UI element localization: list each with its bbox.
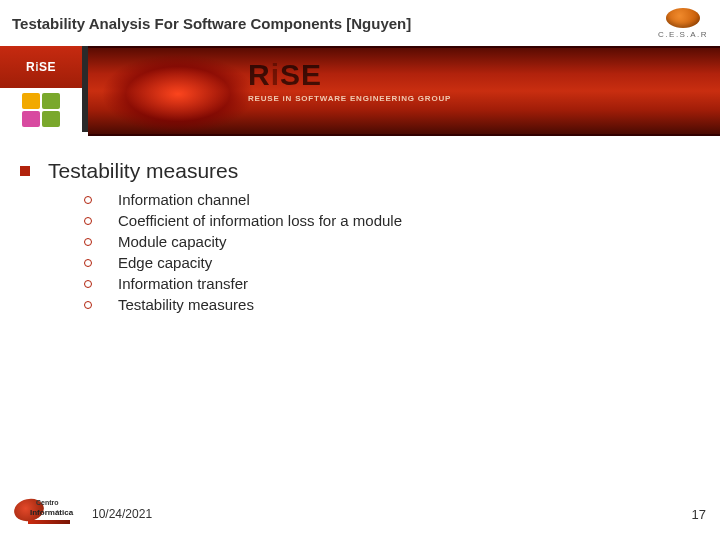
- list-item-text: Edge capacity: [118, 254, 212, 271]
- list-item: Coefficient of information loss for a mo…: [84, 212, 700, 229]
- banner-rise-badge: RiSE: [0, 46, 82, 88]
- rise-badge-text: RiSE: [26, 60, 56, 74]
- main-heading: Testability measures: [48, 159, 238, 183]
- rise-wm-se: SE: [280, 58, 322, 91]
- list-item-text: Information transfer: [118, 275, 248, 292]
- banner-main: RiSE REUSE iN SOFTWARE ENGINEERING GROUP: [88, 46, 720, 136]
- footer-bar: Centro Informática 10/24/2021 17: [0, 492, 720, 540]
- slide-title: Testability Analysis For Software Compon…: [12, 15, 411, 32]
- list-item-text: Information channel: [118, 191, 250, 208]
- list-item-text: Testability measures: [118, 296, 254, 313]
- list-item: Edge capacity: [84, 254, 700, 271]
- header-bar: Testability Analysis For Software Compon…: [0, 0, 720, 46]
- content-area: Testability measures Information channel…: [0, 155, 720, 496]
- logo-cesar: C.E.S.A.R: [658, 8, 708, 39]
- cin-text-bottom: Informática: [30, 508, 73, 517]
- rise-watermark: RiSE: [248, 58, 322, 92]
- rise-se: SE: [39, 60, 56, 74]
- circle-bullet-icon: [84, 280, 92, 288]
- puzzle-icon: [22, 93, 60, 127]
- banner-tagline: REUSE iN SOFTWARE ENGINEERING GROUP: [248, 94, 451, 103]
- cin-underline-icon: [28, 520, 70, 524]
- rise-r: R: [26, 60, 35, 74]
- logo-cesar-text: C.E.S.A.R: [658, 30, 708, 39]
- main-bullet-row: Testability measures: [20, 159, 700, 183]
- circle-bullet-icon: [84, 301, 92, 309]
- cin-text-top: Centro: [36, 499, 59, 506]
- circle-bullet-icon: [84, 238, 92, 246]
- footer-left: Centro Informática 10/24/2021: [14, 497, 152, 531]
- circle-bullet-icon: [84, 196, 92, 204]
- logo-cin: Centro Informática: [14, 497, 70, 531]
- list-item: Module capacity: [84, 233, 700, 250]
- circle-bullet-icon: [84, 217, 92, 225]
- list-item-text: Coefficient of information loss for a mo…: [118, 212, 402, 229]
- banner: RiSE RiSE REUSE iN SOFTWARE ENGINEERING …: [0, 46, 720, 132]
- footer-date: 10/24/2021: [92, 507, 152, 521]
- footer-page-number: 17: [692, 507, 706, 522]
- list-item: Information channel: [84, 191, 700, 208]
- rise-wm-r: R: [248, 58, 271, 91]
- circle-bullet-icon: [84, 259, 92, 267]
- rise-wm-i: i: [271, 58, 280, 91]
- list-item-text: Module capacity: [118, 233, 226, 250]
- banner-puzzle-block: [0, 88, 82, 132]
- square-bullet-icon: [20, 166, 30, 176]
- logo-cesar-swirl-icon: [666, 8, 700, 28]
- sub-list: Information channel Coefficient of infor…: [84, 191, 700, 313]
- slide: Testability Analysis For Software Compon…: [0, 0, 720, 540]
- list-item: Information transfer: [84, 275, 700, 292]
- list-item: Testability measures: [84, 296, 700, 313]
- banner-left-block: RiSE: [0, 46, 82, 132]
